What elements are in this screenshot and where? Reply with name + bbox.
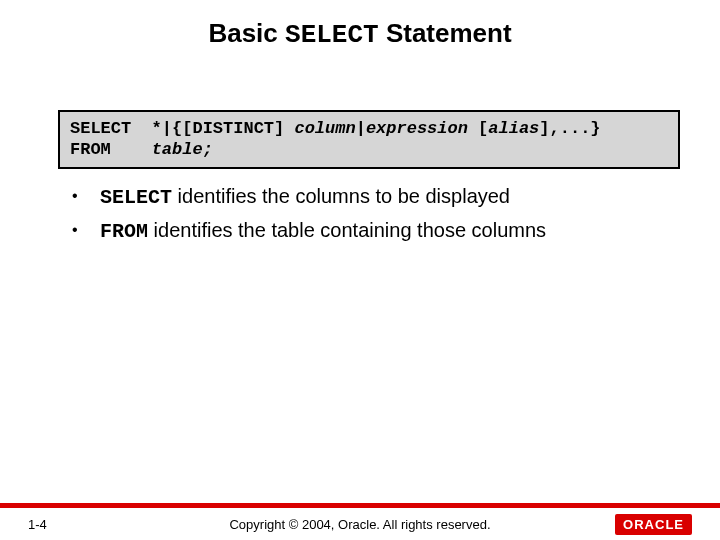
slide: Basic SELECT Statement SELECT *|{[DISTIN…	[0, 0, 720, 540]
bullet-text: FROM identifies the table containing tho…	[100, 217, 680, 245]
list-item: • FROM identifies the table containing t…	[72, 217, 680, 245]
title-suffix: Statement	[379, 18, 512, 48]
syntax-column: column	[294, 119, 355, 138]
bullet-dot: •	[72, 183, 100, 209]
syntax-box: SELECT *|{[DISTINCT] column|expression […	[58, 110, 680, 169]
logo-container: ORACLE	[592, 514, 692, 535]
syntax-kw-select: SELECT	[70, 119, 131, 138]
bullet-text: SELECT identifies the columns to be disp…	[100, 183, 680, 211]
syntax-lit: ],...}	[539, 119, 600, 138]
oracle-logo: ORACLE	[615, 514, 692, 535]
bullet-rest: identifies the columns to be displayed	[172, 185, 510, 207]
page-number: 1-4	[28, 517, 128, 532]
list-item: • SELECT identifies the columns to be di…	[72, 183, 680, 211]
slide-title: Basic SELECT Statement	[0, 0, 720, 50]
syntax-kw-from: FROM	[70, 140, 111, 159]
footer-row: 1-4 Copyright © 2004, Oracle. All rights…	[0, 508, 720, 540]
syntax-table: table;	[152, 140, 213, 159]
syntax-lit: *|{[DISTINCT]	[131, 119, 294, 138]
copyright-text: Copyright © 2004, Oracle. All rights res…	[128, 517, 592, 532]
title-prefix: Basic	[208, 18, 285, 48]
bullet-code: FROM	[100, 220, 148, 243]
syntax-lit: [	[468, 119, 488, 138]
title-keyword: SELECT	[285, 20, 379, 50]
syntax-alias: alias	[488, 119, 539, 138]
bullet-rest: identifies the table containing those co…	[148, 219, 546, 241]
syntax-lit: |	[356, 119, 366, 138]
bullet-list: • SELECT identifies the columns to be di…	[72, 183, 680, 245]
bullet-dot: •	[72, 217, 100, 243]
bullet-code: SELECT	[100, 186, 172, 209]
syntax-expression: expression	[366, 119, 468, 138]
syntax-pad	[111, 140, 152, 159]
slide-footer: 1-4 Copyright © 2004, Oracle. All rights…	[0, 503, 720, 540]
